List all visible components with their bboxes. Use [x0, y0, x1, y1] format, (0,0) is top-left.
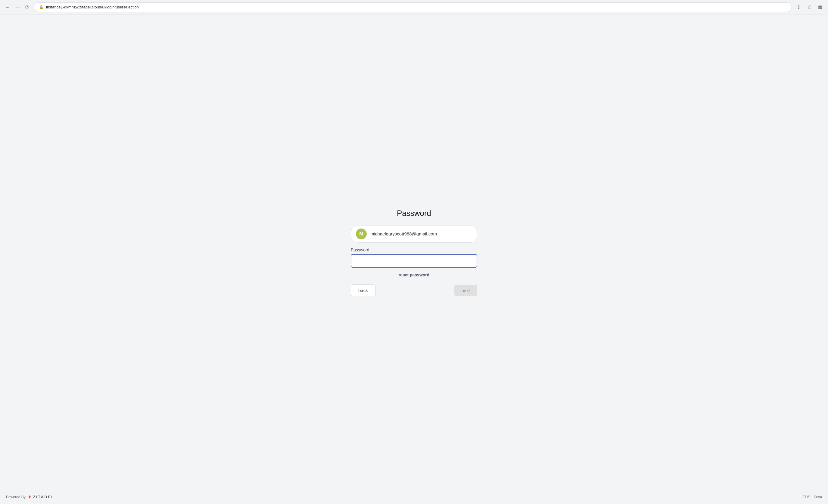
nav-buttons: ← → ⟳: [4, 3, 31, 11]
forward-nav-button[interactable]: →: [13, 3, 22, 11]
share-button[interactable]: ⇧: [794, 3, 803, 11]
reset-password-link[interactable]: reset password: [399, 272, 430, 277]
powered-by: Powered By ✦ ZITADEL: [6, 494, 54, 500]
powered-by-text: Powered By: [6, 495, 26, 499]
lock-icon: 🔒: [39, 5, 44, 9]
privacy-link[interactable]: Priva: [814, 495, 822, 499]
sidebar-button[interactable]: ▦: [816, 3, 824, 11]
user-email: michaelgaryscott988@gmail.com: [370, 231, 437, 236]
page-content: Password M michaelgaryscott988@gmail.com…: [0, 14, 828, 490]
url-text: instance1-dkmnzw.zitadel.cloud/ui/login/…: [46, 5, 139, 9]
bookmark-button[interactable]: ☆: [805, 3, 814, 11]
next-button[interactable]: next: [454, 285, 477, 296]
tos-link[interactable]: TOS: [803, 495, 810, 499]
chrome-actions: ⇧ ☆ ▦: [794, 3, 824, 11]
zitadel-name: ZITADEL: [33, 495, 54, 499]
back-button[interactable]: back: [351, 285, 375, 296]
password-label: Password: [351, 248, 477, 252]
footer-links: TOS Priva: [803, 495, 822, 499]
browser-chrome: ← → ⟳ 🔒 instance1-dkmnzw.zitadel.cloud/u…: [0, 0, 828, 14]
page-title: Password: [397, 209, 431, 218]
button-row: back next: [351, 285, 477, 296]
zitadel-icon: ✦: [28, 494, 32, 500]
user-selector[interactable]: M michaelgaryscott988@gmail.com: [351, 225, 477, 243]
login-card: Password M michaelgaryscott988@gmail.com…: [351, 209, 477, 296]
back-nav-button[interactable]: ←: [4, 3, 12, 11]
password-field-group: Password: [351, 248, 477, 268]
address-bar[interactable]: 🔒 instance1-dkmnzw.zitadel.cloud/ui/logi…: [34, 2, 792, 12]
reload-button[interactable]: ⟳: [23, 3, 31, 11]
page-footer: Powered By ✦ ZITADEL TOS Priva: [0, 490, 828, 504]
password-input[interactable]: [351, 254, 477, 268]
avatar: M: [356, 228, 367, 239]
zitadel-logo: ✦ ZITADEL: [28, 494, 54, 500]
